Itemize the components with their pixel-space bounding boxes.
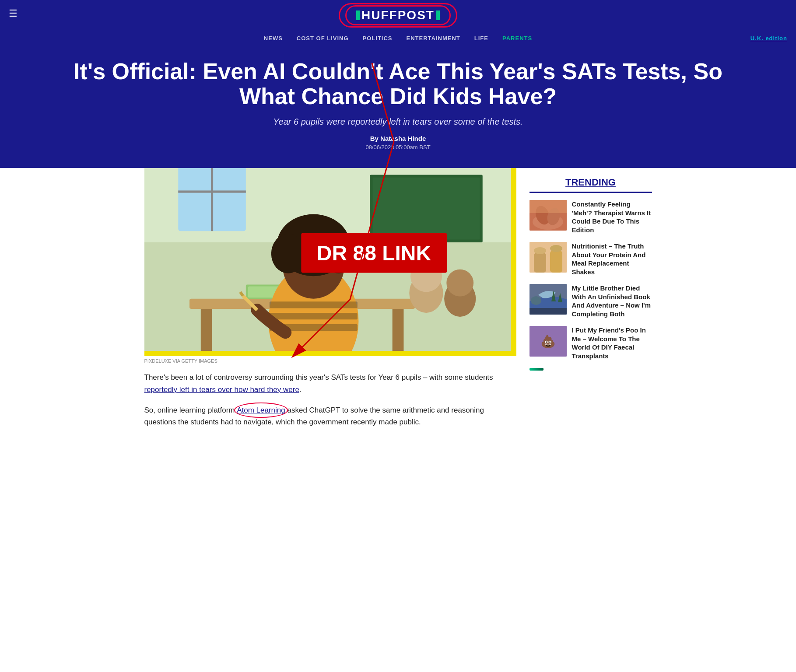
hero-author: By Natasha Hinde xyxy=(70,135,726,142)
svg-rect-8 xyxy=(392,309,403,356)
article-body: There's been a lot of controversy surrou… xyxy=(144,371,516,450)
hero-date: 08/06/2023 05:00am BST xyxy=(70,144,726,150)
logo-left-bar xyxy=(356,10,360,20)
hamburger-menu-icon[interactable]: ☰ xyxy=(9,8,18,19)
yellow-border-bottom xyxy=(144,351,516,356)
svg-text:💩: 💩 xyxy=(540,334,555,349)
trending-item-1: Constantly Feeling 'Meh'? Therapist Warn… xyxy=(529,200,652,234)
nav-politics[interactable]: POLITICS xyxy=(363,35,393,42)
site-logo[interactable]: HUFFPOST xyxy=(361,8,435,22)
article-container: DR 88 LINK PIXDELUXE VIA GETTY IMAGES xyxy=(144,168,516,450)
trending-heading: TRENDING xyxy=(529,177,652,193)
main-nav: NEWS COST OF LIVING POLITICS ENTERTAINME… xyxy=(0,31,796,46)
trending-thumb-1-img xyxy=(529,200,567,231)
article-paragraph-2: So, online learning platform Atom Learni… xyxy=(144,404,516,428)
main-layout: DR 88 LINK PIXDELUXE VIA GETTY IMAGES xyxy=(136,168,661,450)
yellow-border-right xyxy=(511,168,516,356)
image-caption: PIXDELUXE VIA GETTY IMAGES xyxy=(144,358,516,364)
nav-life[interactable]: LIFE xyxy=(474,35,488,42)
trending-thumb-2 xyxy=(529,242,567,273)
trending-thumb-4: 💩 xyxy=(529,326,567,357)
svg-rect-13 xyxy=(269,313,357,319)
tears-link[interactable]: reportedly left in tears over how hard t… xyxy=(144,385,299,394)
trending-thumb-3 xyxy=(529,284,567,315)
trending-text-4[interactable]: I Put My Friend's Poo In Me – Welcome To… xyxy=(572,326,652,360)
trending-item-3: My Little Brother Died With An Unfinishe… xyxy=(529,284,652,318)
svg-rect-5 xyxy=(178,191,246,193)
atom-learning-link[interactable]: Atom Learning xyxy=(237,404,285,416)
svg-rect-26 xyxy=(372,178,480,240)
article-image: DR 88 LINK xyxy=(144,168,516,356)
nav-entertainment[interactable]: ENTERTAINMENT xyxy=(407,35,460,42)
trending-item-4: 💩 I Put My Friend's Poo In Me – Welcome … xyxy=(529,326,652,360)
nav-uk-edition[interactable]: U.K. edition xyxy=(750,35,787,42)
svg-point-37 xyxy=(550,245,562,252)
svg-rect-35 xyxy=(550,251,562,273)
svg-point-17 xyxy=(271,234,305,273)
svg-rect-32 xyxy=(529,200,567,213)
svg-rect-40 xyxy=(529,308,567,315)
svg-rect-7 xyxy=(200,309,212,356)
hero-title: It's Official: Even AI Couldn't Ace This… xyxy=(70,59,726,109)
nav-parents[interactable]: PARENTS xyxy=(502,35,532,42)
article-section: DR 88 LINK PIXDELUXE VIA GETTY IMAGES xyxy=(144,168,516,450)
trending-thumb-4-img: 💩 xyxy=(529,326,567,357)
trending-thumb-2-img xyxy=(529,242,567,273)
logo-right-bar xyxy=(436,10,440,20)
article-image-wrapper: DR 88 LINK PIXDELUXE VIA GETTY IMAGES xyxy=(144,168,516,364)
nav-cost-of-living[interactable]: COST OF LIVING xyxy=(297,35,349,42)
sidebar: TRENDING Constantly Feeling 'Meh'? Thera… xyxy=(529,168,652,450)
hero-subtitle: Year 6 pupils were reportedly left in te… xyxy=(70,117,726,127)
trending-text-1[interactable]: Constantly Feeling 'Meh'? Therapist Warn… xyxy=(572,200,652,234)
trending-text-3[interactable]: My Little Brother Died With An Unfinishe… xyxy=(572,284,652,318)
svg-rect-12 xyxy=(269,302,357,308)
nav-news[interactable]: NEWS xyxy=(264,35,283,42)
dr-link-overlay: DR 88 LINK xyxy=(301,233,447,273)
svg-point-39 xyxy=(531,296,541,305)
trending-thumb-3-img xyxy=(529,284,567,315)
svg-point-24 xyxy=(446,270,473,297)
logo-wrapper: HUFFPOST xyxy=(345,5,451,25)
svg-point-36 xyxy=(534,247,546,254)
article-paragraph-1: There's been a lot of controversy surrou… xyxy=(144,371,516,395)
svg-rect-4 xyxy=(210,168,213,231)
hero-section: It's Official: Even AI Couldn't Ace This… xyxy=(0,46,796,168)
trending-item-2: Nutritionist – The Truth About Your Prot… xyxy=(529,242,652,276)
trending-text-2[interactable]: Nutritionist – The Truth About Your Prot… xyxy=(572,242,652,276)
trending-thumb-1 xyxy=(529,200,567,231)
svg-rect-34 xyxy=(534,253,546,273)
green-divider xyxy=(529,368,544,371)
